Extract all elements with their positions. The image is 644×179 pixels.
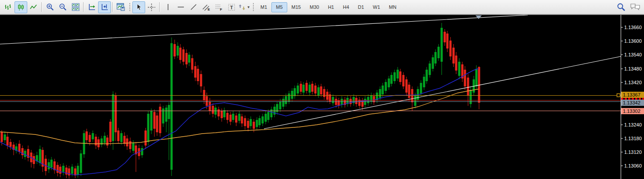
candle-body — [271, 109, 273, 117]
chat-icon — [630, 3, 640, 11]
line-chart-button[interactable] — [27, 1, 40, 13]
candle-body — [388, 78, 390, 87]
candle-body — [197, 69, 199, 81]
cursor-button[interactable] — [132, 1, 145, 13]
bars-chart-button[interactable] — [2, 1, 15, 13]
candle-body — [57, 165, 59, 173]
candle-body — [476, 69, 478, 86]
candlestick-chart-button[interactable] — [15, 1, 27, 13]
candle-body — [432, 57, 434, 69]
toolbar-separator — [159, 2, 160, 12]
candle-body — [51, 160, 53, 168]
candle-body — [450, 41, 452, 56]
zoom-in-button[interactable] — [44, 1, 56, 13]
candle-body — [235, 116, 238, 123]
vertical-line-button[interactable] — [161, 1, 174, 13]
candle-body — [250, 119, 252, 126]
candle-body — [230, 115, 232, 122]
arrows-icon — [238, 4, 246, 11]
chart-area[interactable]: 1.136601.136001.135401.134801.134201.132… — [0, 0, 644, 179]
candle-body — [379, 89, 381, 98]
candle-body — [68, 168, 70, 175]
timeframe-d1[interactable]: D1 — [354, 2, 369, 12]
candle-body — [218, 109, 220, 116]
candle-body — [141, 148, 143, 155]
fibonacci-icon: F — [215, 4, 223, 11]
fibonacci-button[interactable]: F — [212, 1, 225, 13]
candle-body — [221, 111, 223, 118]
candle-body — [309, 85, 311, 93]
bar-chart-icon — [4, 4, 12, 11]
candle-body — [444, 32, 446, 42]
chart-template-button[interactable] — [114, 1, 127, 13]
arrows-button[interactable]: ▼ — [238, 1, 251, 13]
gold-line-handle[interactable] — [617, 94, 620, 97]
line-chart-icon — [30, 4, 37, 11]
dropdown-caret-icon[interactable]: ▼ — [247, 5, 250, 9]
candle-body — [62, 166, 65, 172]
candle-body — [247, 121, 249, 128]
candle-body — [117, 131, 120, 141]
timeframe-m5[interactable]: M5 — [271, 2, 287, 12]
candle-body — [320, 86, 322, 94]
candle-body — [89, 135, 91, 142]
zoom-out-icon — [59, 3, 67, 11]
price-tick-label: 1.13420 — [624, 80, 642, 85]
text-button[interactable]: T — [225, 1, 238, 13]
timeframe-w1[interactable]: W1 — [369, 2, 385, 12]
tile-windows-button[interactable] — [69, 1, 82, 13]
candle-body — [408, 85, 410, 98]
timeframe-mn[interactable]: MN — [384, 2, 401, 12]
price-tick-label: 1.13120 — [624, 149, 642, 155]
candle-body — [24, 151, 26, 157]
price-tick-label: 1.13060 — [624, 163, 642, 168]
zoom-in-icon — [46, 3, 54, 11]
price-tick-label: 1.13600 — [624, 38, 642, 44]
candle-body — [191, 58, 194, 70]
candle-body — [458, 62, 461, 76]
horizontal-line-button[interactable] — [174, 1, 187, 13]
scroll-to-end-button[interactable] — [85, 1, 98, 13]
chart-template-icon — [117, 3, 125, 11]
timeframe-m1[interactable]: M1 — [256, 2, 271, 12]
zoom-out-button[interactable] — [56, 1, 69, 13]
chat-button[interactable] — [628, 1, 642, 13]
candle-body — [124, 136, 126, 144]
trendline-button[interactable] — [187, 1, 200, 13]
candle-body — [297, 86, 299, 93]
auto-scroll-button[interactable] — [98, 1, 111, 13]
candle-body — [464, 70, 466, 86]
candle-body — [406, 79, 408, 93]
price-badge-label: 1.13342 — [623, 100, 640, 105]
price-tick-label: 1.13540 — [624, 52, 642, 57]
candle-body — [318, 87, 320, 95]
candle-body — [294, 88, 296, 96]
toolbar-drag-handle — [252, 3, 254, 11]
candle-body — [446, 34, 449, 48]
candle-body — [227, 113, 229, 120]
candle-body — [291, 91, 293, 99]
candle-body — [168, 105, 170, 119]
candle-body — [132, 143, 135, 151]
candle-body — [435, 52, 437, 63]
timeframe-h4[interactable]: H4 — [338, 2, 353, 12]
equidistant-channel-icon: E — [202, 4, 210, 11]
toolbar-separator — [83, 2, 84, 12]
price-tick-label: 1.13480 — [624, 66, 642, 71]
candle-body — [165, 108, 168, 122]
candle-body — [77, 166, 79, 175]
timeframe-m15[interactable]: M15 — [287, 2, 305, 12]
candle-body — [171, 43, 173, 170]
crosshair-button[interactable] — [145, 1, 158, 13]
candle-body — [470, 90, 472, 104]
candle-body — [206, 96, 208, 106]
svg-text:T: T — [230, 5, 233, 10]
candle-body — [355, 98, 358, 104]
timeframe-h1[interactable]: H1 — [323, 2, 338, 12]
timeframe-m30[interactable]: M30 — [305, 2, 323, 12]
equidistant-channel-button[interactable]: E — [200, 1, 212, 13]
candle-body — [232, 114, 234, 120]
search-button[interactable] — [614, 1, 628, 13]
chart-canvas[interactable]: 1.136601.136001.135401.134801.134201.132… — [0, 0, 644, 179]
candle-body — [438, 47, 440, 58]
